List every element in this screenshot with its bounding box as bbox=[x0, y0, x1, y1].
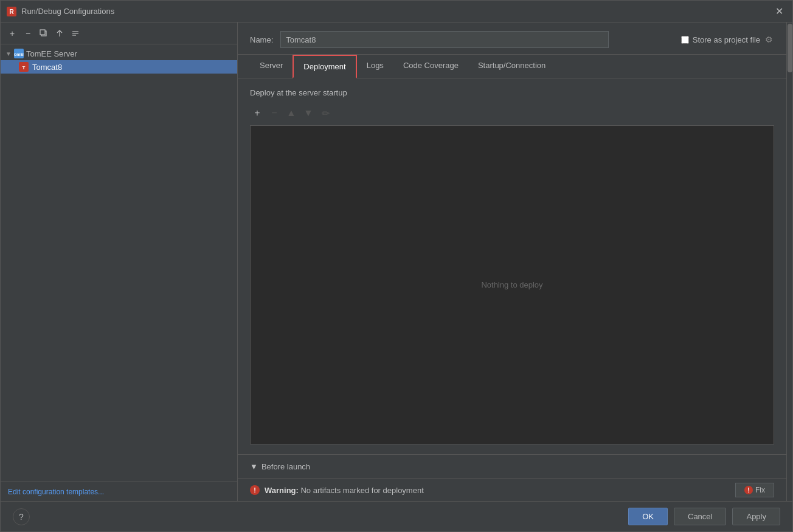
main-content-area: + − bbox=[1, 22, 792, 501]
config-name-input[interactable] bbox=[280, 31, 609, 48]
apply-label: Apply bbox=[746, 512, 766, 521]
cancel-label: Cancel bbox=[688, 512, 712, 521]
deploy-edit-button[interactable]: ✏ bbox=[318, 106, 333, 120]
warning-message: Warning: No artifacts marked for deploym… bbox=[265, 486, 730, 495]
warning-bar: ! Warning: No artifacts marked for deplo… bbox=[238, 478, 786, 501]
deploy-list-area: Nothing to deploy bbox=[250, 125, 774, 444]
tomee-group-icon: TomEE bbox=[14, 49, 24, 58]
tab-server[interactable]: Server bbox=[250, 55, 293, 78]
edit-templates-link-area: Edit configuration templates... bbox=[1, 482, 237, 501]
help-button[interactable]: ? bbox=[13, 508, 30, 525]
sort-config-button[interactable] bbox=[69, 27, 82, 40]
config-header: Name: Store as project file ⚙ bbox=[238, 22, 786, 55]
help-label: ? bbox=[19, 512, 24, 522]
cancel-button[interactable]: Cancel bbox=[674, 508, 726, 525]
warning-prefix: Warning: bbox=[265, 486, 299, 495]
store-project-label: Store as project file bbox=[693, 35, 760, 44]
nothing-to-deploy-text: Nothing to deploy bbox=[481, 280, 542, 289]
before-launch-header[interactable]: ▼ Before launch bbox=[250, 460, 774, 474]
run-debug-dialog: R Run/Debug Configurations ✕ + − bbox=[0, 0, 793, 532]
store-project-checkbox[interactable] bbox=[681, 36, 689, 44]
store-project-area: Store as project file ⚙ bbox=[681, 33, 774, 46]
tab-server-label: Server bbox=[260, 61, 283, 70]
dialog-footer: ? OK Cancel Apply bbox=[1, 501, 792, 531]
edit-templates-link[interactable]: Edit configuration templates... bbox=[8, 488, 104, 496]
config-tree: ▼ TomEE TomEE Server T Tomcat8 bbox=[1, 44, 237, 482]
tomcat8-label: Tomcat8 bbox=[32, 63, 62, 72]
dialog-title: Run/Debug Configurations bbox=[21, 7, 772, 16]
title-bar: R Run/Debug Configurations ✕ bbox=[1, 1, 792, 22]
before-launch-section: ▼ Before launch bbox=[238, 454, 786, 478]
apply-button[interactable]: Apply bbox=[732, 508, 780, 525]
tab-deployment-label: Deployment bbox=[303, 62, 345, 71]
tomee-server-label: TomEE Server bbox=[26, 49, 77, 58]
ok-label: OK bbox=[642, 512, 654, 521]
tomee-server-group: ▼ TomEE TomEE Server T Tomcat8 bbox=[1, 47, 237, 74]
config-tabs: Server Deployment Logs Code Coverage Sta bbox=[238, 55, 786, 78]
tabs-area: Server Deployment Logs Code Coverage Sta bbox=[238, 55, 786, 78]
fix-icon: ! bbox=[744, 486, 753, 494]
deploy-toolbar: + − ▲ ▼ ✏ bbox=[250, 103, 774, 123]
remove-config-button[interactable]: − bbox=[21, 27, 35, 40]
tab-startup-connection[interactable]: Startup/Connection bbox=[468, 55, 555, 78]
warning-icon: ! bbox=[250, 485, 260, 495]
store-project-gear-button[interactable]: ⚙ bbox=[764, 33, 774, 46]
app-icon: R bbox=[7, 7, 16, 16]
tomcat8-config-item[interactable]: T Tomcat8 bbox=[1, 60, 237, 74]
name-label: Name: bbox=[250, 35, 273, 44]
before-launch-label: Before launch bbox=[261, 462, 310, 471]
ok-button[interactable]: OK bbox=[628, 508, 668, 525]
left-toolbar: + − bbox=[1, 22, 237, 44]
fix-button[interactable]: ! Fix bbox=[735, 483, 774, 497]
deploy-remove-button[interactable]: − bbox=[267, 106, 282, 120]
tab-code-coverage-label: Code Coverage bbox=[403, 61, 459, 70]
fix-label: Fix bbox=[755, 486, 765, 494]
close-button[interactable]: ✕ bbox=[772, 4, 786, 19]
add-config-button[interactable]: + bbox=[5, 27, 19, 40]
warning-detail: No artifacts marked for deployment bbox=[299, 486, 424, 495]
svg-text:T: T bbox=[23, 65, 26, 71]
group-chevron: ▼ bbox=[5, 50, 12, 57]
deploy-down-button[interactable]: ▼ bbox=[301, 106, 316, 120]
deploy-up-button[interactable]: ▲ bbox=[284, 106, 299, 120]
deploy-section-label: Deploy at the server startup bbox=[250, 88, 774, 97]
left-panel: + − bbox=[1, 22, 238, 501]
right-panel: Name: Store as project file ⚙ Server bbox=[238, 22, 786, 501]
scrollbar-thumb bbox=[788, 24, 792, 72]
copy-config-button[interactable] bbox=[37, 27, 50, 40]
right-scrollbar[interactable] bbox=[786, 22, 792, 501]
deployment-content: Deploy at the server startup + − ▲ ▼ ✏ N… bbox=[238, 78, 786, 454]
tab-deployment[interactable]: Deployment bbox=[293, 55, 356, 78]
move-config-button[interactable] bbox=[53, 27, 66, 40]
tab-startup-connection-label: Startup/Connection bbox=[478, 61, 545, 70]
svg-text:TomEE: TomEE bbox=[14, 52, 24, 57]
tomcat-icon: T bbox=[19, 62, 29, 72]
svg-text:R: R bbox=[9, 9, 14, 15]
svg-rect-3 bbox=[40, 30, 45, 35]
tab-code-coverage[interactable]: Code Coverage bbox=[393, 55, 468, 78]
tab-logs[interactable]: Logs bbox=[357, 55, 393, 78]
before-launch-chevron: ▼ bbox=[250, 462, 258, 471]
tomee-server-group-header[interactable]: ▼ TomEE TomEE Server bbox=[1, 47, 237, 60]
deploy-add-button[interactable]: + bbox=[250, 106, 265, 120]
tab-logs-label: Logs bbox=[367, 61, 384, 70]
